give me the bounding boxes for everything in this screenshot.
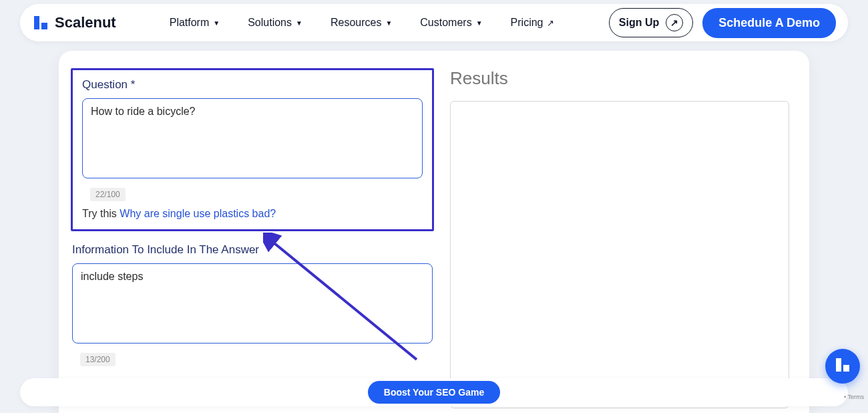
chat-icon [834, 356, 851, 376]
try-example-link[interactable]: Why are single use plastics bad? [120, 208, 276, 219]
results-panel: Results [450, 68, 789, 413]
form-panel: Question * 22/100 Try this Why are singl… [71, 68, 434, 413]
schedule-demo-button[interactable]: Schedule A Demo [702, 8, 836, 38]
nav-solutions[interactable]: Solutions ▼ [248, 17, 302, 29]
svg-rect-4 [836, 358, 841, 372]
info-input[interactable] [72, 263, 433, 343]
chevron-down-icon: ▼ [296, 19, 302, 27]
results-title: Results [450, 68, 789, 89]
info-char-counter: 13/200 [80, 353, 116, 366]
boost-seo-button[interactable]: Boost Your SEO Game [368, 381, 500, 404]
chat-widget-button[interactable] [825, 349, 860, 384]
signup-button[interactable]: Sign Up ↗ [609, 8, 693, 37]
try-this-line: Try this Why are single use plastics bad… [82, 208, 423, 220]
nav-customers[interactable]: Customers ▼ [420, 17, 482, 29]
nav-resources[interactable]: Resources ▼ [331, 17, 392, 29]
arrow-up-right-icon: ↗ [666, 14, 683, 31]
nav-platform[interactable]: Platform ▼ [170, 17, 220, 29]
logo-icon [32, 14, 49, 31]
header: Scalenut Platform ▼ Solutions ▼ Resource… [20, 4, 848, 41]
svg-rect-0 [34, 16, 39, 29]
external-link-icon: ↗ [547, 18, 554, 28]
svg-rect-1 [41, 23, 47, 29]
question-char-counter: 22/100 [90, 188, 126, 201]
footer-bar: Boost Your SEO Game [20, 378, 848, 406]
nav-pricing[interactable]: Pricing ↗ [511, 17, 555, 29]
recaptcha-terms[interactable]: • Terms [844, 394, 864, 401]
chevron-down-icon: ▼ [213, 19, 220, 27]
info-label: Information To Include In The Answer [72, 243, 433, 257]
main-card: Question * 22/100 Try this Why are singl… [59, 51, 809, 413]
question-input[interactable] [82, 98, 423, 178]
brand-logo[interactable]: Scalenut [32, 14, 116, 31]
question-label: Question * [82, 78, 423, 92]
results-output [450, 101, 789, 408]
info-block: Information To Include In The Answer 13/… [71, 243, 434, 397]
brand-name: Scalenut [55, 14, 116, 31]
chevron-down-icon: ▼ [385, 19, 392, 27]
chevron-down-icon: ▼ [476, 19, 483, 27]
question-block-highlighted: Question * 22/100 Try this Why are singl… [71, 68, 434, 231]
main-nav: Platform ▼ Solutions ▼ Resources ▼ Custo… [170, 17, 609, 29]
header-actions: Sign Up ↗ Schedule A Demo [609, 8, 836, 38]
svg-rect-5 [843, 365, 849, 372]
